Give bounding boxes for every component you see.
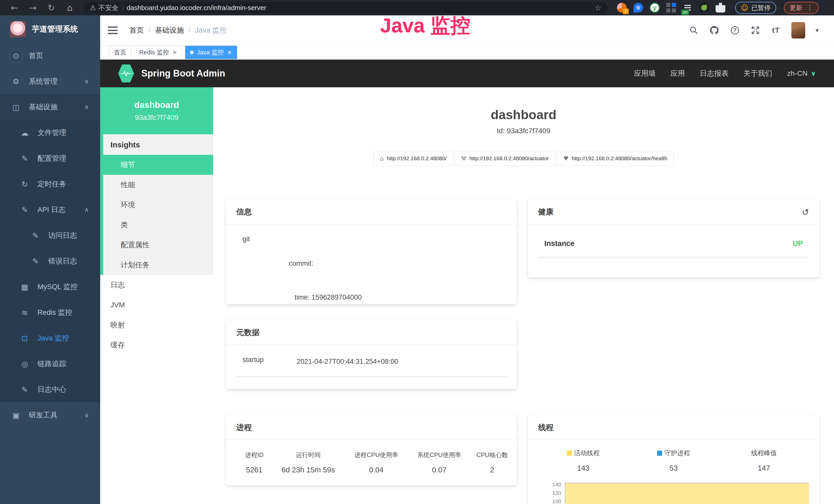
breadcrumb-current: Java 监控	[195, 25, 227, 35]
sidebar-item-system-management[interactable]: ⚙ 系统管理 ∨	[0, 69, 100, 94]
close-icon[interactable]: ×	[227, 49, 232, 56]
health-history-icon[interactable]: ↺	[802, 207, 809, 217]
sidebar-item-error-logs[interactable]: ✎ 错误日志	[0, 248, 100, 274]
tab-java-monitor[interactable]: Java 监控 ×	[185, 46, 237, 59]
row-divider	[538, 257, 809, 257]
info-key: git	[236, 235, 289, 304]
breadcrumb-infrastructure[interactable]: 基础设施	[155, 25, 184, 35]
address-bar[interactable]: ⚠ 不安全 dashboard.yudao.iocoder.cn/infra/a…	[84, 2, 608, 13]
browser-menu-kebab-icon[interactable]: ⋮	[807, 4, 813, 12]
sidebar-item-trace[interactable]: ◎ 链路追踪	[0, 351, 100, 377]
tab-home[interactable]: 首页	[109, 46, 131, 59]
sba-language-select[interactable]: zh-CN ∨	[787, 69, 816, 77]
sba-item-metrics[interactable]: 性能	[103, 175, 213, 195]
security-status[interactable]: ⚠ 不安全	[90, 3, 123, 12]
process-card: 进程 进程ID 运行时间 进程CPU使用率 系统CPU使用率 CPU核心数 52…	[226, 415, 517, 485]
monitor-icon: ◫	[10, 103, 22, 112]
sidebar-item-mysql-monitor[interactable]: ▦ MySQL 监控	[0, 274, 100, 300]
sidebar-item-access-logs[interactable]: ✎ 访问日志	[0, 223, 100, 248]
sba-nav-applications[interactable]: 应用	[671, 69, 685, 78]
card-title: 健康	[538, 207, 553, 217]
col-uptime: 运行时间	[272, 451, 344, 459]
sidebar-item-redis-monitor[interactable]: ≋ Redis 监控	[0, 300, 100, 325]
tag-view-bar: 首页 Redis 监控 × Java 监控 ×	[100, 45, 834, 60]
tab-redis-monitor[interactable]: Redis 监控 ×	[134, 46, 182, 59]
extension-icon-orange[interactable]: 1	[617, 3, 627, 13]
chrome-update-button[interactable]: 更新 ⋮	[784, 2, 818, 14]
sidebar-item-java-monitor[interactable]: ⊡ Java 监控	[0, 325, 100, 351]
sidebar-item-api-logs[interactable]: ✎ API 日志 ∧	[0, 197, 100, 223]
sba-nav-journal[interactable]: 日志报表	[700, 69, 729, 78]
sidebar-item-config-management[interactable]: ✎ 配置管理	[0, 145, 100, 171]
user-caret-down-icon[interactable]: ▾	[815, 27, 818, 34]
sidebar-item-log-center[interactable]: ✎ 日志中心	[0, 377, 100, 402]
threads-legend: 活动线程 守护进程 线程峰值	[538, 449, 809, 457]
sba-item-jvm[interactable]: JVM	[100, 295, 213, 315]
legend-daemon-threads: 守护进程	[629, 449, 719, 457]
sidebar-item-dev-tools[interactable]: ▣ 研发工具 ∨	[0, 402, 100, 428]
breadcrumb: 首页 / 基础设施 / Java 监控	[129, 25, 227, 35]
hamburger-icon[interactable]	[108, 26, 118, 34]
extension-icon-y[interactable]: y	[650, 3, 660, 13]
user-avatar[interactable]	[791, 22, 805, 39]
sba-nav: 应用墙 应用 日志报表 关于我们 zh-CN ∨	[634, 69, 816, 78]
spring-boot-admin-logo-icon[interactable]	[118, 65, 134, 83]
sba-item-logs[interactable]: 日志	[100, 275, 213, 295]
actuator-url-button[interactable]: ⚒ http://192.168.0.2:48080/actuator	[455, 151, 555, 166]
sba-item-label: 类	[121, 220, 128, 230]
sidebar-item-file-management[interactable]: ☁ 文件管理	[0, 120, 100, 145]
extension-icon-grid[interactable]	[666, 3, 676, 13]
health-url-button[interactable]: ♥ http://192.168.0.2:48080/actuator/heal…	[557, 151, 674, 166]
browser-reload-icon[interactable]: ↻	[43, 3, 60, 13]
sba-nav-about[interactable]: 关于我们	[744, 69, 772, 78]
extension-icon-pin[interactable]	[633, 3, 643, 13]
browser-forward-icon[interactable]: →	[25, 3, 41, 13]
git-commit-line: commit:	[289, 258, 361, 269]
url-text: dashboard.yudao.iocoder.cn/infra/admin-s…	[127, 4, 266, 12]
sba-item-details[interactable]: 细节	[103, 155, 213, 175]
sba-item-environment[interactable]: 环境	[103, 195, 213, 215]
sba-item-config-properties[interactable]: 配置属性	[103, 235, 213, 255]
service-url-button[interactable]: ⌂ http://192.168.0.2:48080/	[373, 151, 453, 166]
sidebar-item-label: Java 监控	[38, 333, 69, 343]
sba-instance-header[interactable]: dashboard 93a3fc7f7409	[100, 87, 213, 134]
card-title: 线程	[538, 422, 553, 433]
app-logo-row[interactable]: 芋道管理系统	[0, 16, 100, 43]
sba-nav-wall[interactable]: 应用墙	[634, 69, 656, 78]
profile-paused-chip[interactable]: ☺ 已暂停	[735, 2, 776, 14]
metadata-row-startup: startup 2021-04-27T00:44:31.254+08:00	[236, 356, 506, 367]
process-table-values: 5261 6d 23h 15m 59s 0.04 0.07 2	[236, 459, 506, 474]
browser-home-icon[interactable]: ⌂	[62, 3, 78, 13]
close-icon[interactable]: ×	[172, 49, 177, 56]
browser-back-icon[interactable]: ←	[6, 3, 23, 13]
daemon-threads-value: 53	[629, 464, 719, 473]
dashboard-icon: ⊙	[10, 51, 22, 60]
search-icon[interactable]	[688, 25, 699, 36]
extension-icon-leaf[interactable]	[699, 3, 709, 13]
sba-brand-title[interactable]: Spring Boot Admin	[141, 68, 225, 79]
sba-item-caches[interactable]: 缓存	[100, 335, 213, 355]
help-icon[interactable]: ?	[730, 25, 740, 36]
extensions-puzzle-icon[interactable]	[716, 3, 725, 13]
sidebar-item-infrastructure[interactable]: ◫ 基础设施 ∧	[0, 94, 100, 120]
chevron-up-icon: ∧	[84, 206, 89, 213]
bookmark-star-icon[interactable]: ☆	[595, 3, 601, 12]
health-row[interactable]: Instance UP	[538, 235, 809, 248]
sidebar-item-scheduled-tasks[interactable]: ↻ 定时任务	[0, 171, 100, 197]
github-icon[interactable]	[709, 25, 720, 36]
chevron-down-icon: ∨	[84, 412, 89, 419]
cpu-cores-value: 2	[470, 466, 514, 474]
breadcrumb-home[interactable]: 首页	[129, 25, 144, 35]
extension-icon-bars[interactable]: on	[683, 3, 693, 13]
chart-area-live-threads	[565, 483, 809, 504]
fullscreen-icon[interactable]	[750, 25, 761, 36]
tab-label: 首页	[114, 48, 126, 56]
service-url: http://192.168.0.2:48080/	[387, 155, 447, 161]
sidebar-item-home[interactable]: ⊙ 首页	[0, 43, 100, 69]
sba-item-scheduled-tasks[interactable]: 计划任务	[103, 255, 213, 275]
sba-item-mappings[interactable]: 映射	[100, 315, 213, 335]
sba-item-classes[interactable]: 类	[103, 215, 213, 235]
font-size-icon[interactable]: tT	[771, 25, 781, 36]
layers-icon: ≋	[19, 308, 30, 317]
extension-on-badge: on	[681, 9, 689, 15]
